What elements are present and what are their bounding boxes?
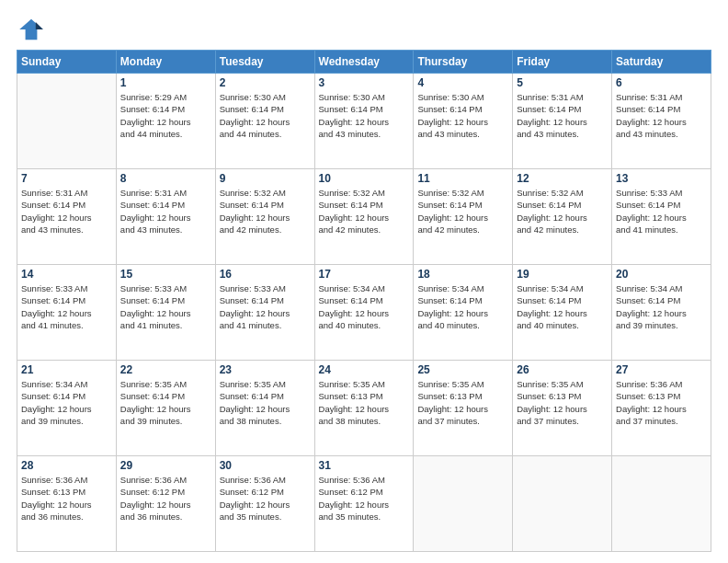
day-number: 29 [120, 459, 211, 472]
day-number: 15 [120, 268, 211, 281]
day-cell: 20Sunrise: 5:34 AM Sunset: 6:14 PM Dayli… [612, 265, 711, 361]
day-number: 17 [319, 268, 410, 281]
day-number: 30 [220, 459, 311, 472]
day-cell: 1Sunrise: 5:29 AM Sunset: 6:14 PM Daylig… [116, 74, 215, 169]
col-header-saturday: Saturday [612, 51, 711, 74]
day-cell: 17Sunrise: 5:34 AM Sunset: 6:14 PM Dayli… [314, 265, 414, 361]
day-number: 10 [319, 172, 410, 185]
day-cell: 4Sunrise: 5:30 AM Sunset: 6:14 PM Daylig… [414, 74, 513, 169]
day-number: 3 [319, 76, 410, 89]
day-info: Sunrise: 5:36 AM Sunset: 6:12 PM Dayligh… [220, 474, 311, 523]
day-info: Sunrise: 5:35 AM Sunset: 6:13 PM Dayligh… [517, 378, 608, 427]
day-info: Sunrise: 5:31 AM Sunset: 6:14 PM Dayligh… [616, 91, 707, 140]
day-number: 21 [21, 363, 112, 376]
day-number: 18 [417, 268, 508, 281]
day-info: Sunrise: 5:31 AM Sunset: 6:14 PM Dayligh… [120, 187, 211, 236]
day-info: Sunrise: 5:32 AM Sunset: 6:14 PM Dayligh… [319, 187, 410, 236]
day-info: Sunrise: 5:30 AM Sunset: 6:14 PM Dayligh… [220, 91, 311, 140]
day-info: Sunrise: 5:31 AM Sunset: 6:14 PM Dayligh… [517, 91, 608, 140]
day-number: 28 [21, 459, 112, 472]
day-info: Sunrise: 5:30 AM Sunset: 6:14 PM Dayligh… [319, 91, 410, 140]
day-number: 5 [517, 76, 608, 89]
day-number: 1 [120, 76, 211, 89]
day-number: 16 [220, 268, 311, 281]
day-info: Sunrise: 5:32 AM Sunset: 6:14 PM Dayligh… [417, 187, 508, 236]
day-cell: 12Sunrise: 5:32 AM Sunset: 6:14 PM Dayli… [513, 169, 612, 265]
day-cell: 10Sunrise: 5:32 AM Sunset: 6:14 PM Dayli… [314, 169, 414, 265]
day-cell: 23Sunrise: 5:35 AM Sunset: 6:14 PM Dayli… [215, 361, 314, 456]
day-number: 24 [319, 363, 410, 376]
day-info: Sunrise: 5:34 AM Sunset: 6:14 PM Dayligh… [319, 282, 410, 331]
calendar-table: SundayMondayTuesdayWednesdayThursdayFrid… [17, 50, 711, 552]
week-row-5: 28Sunrise: 5:36 AM Sunset: 6:13 PM Dayli… [17, 456, 711, 552]
day-info: Sunrise: 5:35 AM Sunset: 6:14 PM Dayligh… [220, 378, 311, 427]
day-number: 25 [417, 363, 508, 376]
day-cell: 31Sunrise: 5:36 AM Sunset: 6:12 PM Dayli… [314, 456, 414, 552]
day-cell [414, 456, 513, 552]
day-cell: 2Sunrise: 5:30 AM Sunset: 6:14 PM Daylig… [215, 74, 314, 169]
page: SundayMondayTuesdayWednesdayThursdayFrid… [0, 0, 728, 563]
day-number: 31 [319, 459, 410, 472]
day-info: Sunrise: 5:35 AM Sunset: 6:13 PM Dayligh… [417, 378, 508, 427]
day-number: 26 [517, 363, 608, 376]
day-cell: 3Sunrise: 5:30 AM Sunset: 6:14 PM Daylig… [314, 74, 414, 169]
day-info: Sunrise: 5:34 AM Sunset: 6:14 PM Dayligh… [21, 378, 112, 427]
day-number: 20 [616, 268, 707, 281]
day-info: Sunrise: 5:34 AM Sunset: 6:14 PM Dayligh… [517, 282, 608, 331]
day-info: Sunrise: 5:32 AM Sunset: 6:14 PM Dayligh… [517, 187, 608, 236]
col-header-tuesday: Tuesday [215, 51, 314, 74]
general-blue-logo-icon [17, 15, 46, 44]
day-number: 7 [21, 172, 112, 185]
day-info: Sunrise: 5:33 AM Sunset: 6:14 PM Dayligh… [120, 282, 211, 331]
day-cell [17, 74, 117, 169]
day-cell: 6Sunrise: 5:31 AM Sunset: 6:14 PM Daylig… [612, 74, 711, 169]
col-header-sunday: Sunday [17, 51, 117, 74]
day-number: 2 [220, 76, 311, 89]
day-info: Sunrise: 5:31 AM Sunset: 6:14 PM Dayligh… [21, 187, 112, 236]
day-number: 11 [417, 172, 508, 185]
header-row: SundayMondayTuesdayWednesdayThursdayFrid… [17, 51, 711, 74]
day-cell [513, 456, 612, 552]
day-cell: 27Sunrise: 5:36 AM Sunset: 6:13 PM Dayli… [612, 361, 711, 456]
header [17, 15, 711, 44]
day-number: 13 [616, 172, 707, 185]
col-header-wednesday: Wednesday [314, 51, 414, 74]
day-cell: 14Sunrise: 5:33 AM Sunset: 6:14 PM Dayli… [17, 265, 117, 361]
week-row-4: 21Sunrise: 5:34 AM Sunset: 6:14 PM Dayli… [17, 361, 711, 456]
col-header-friday: Friday [513, 51, 612, 74]
day-info: Sunrise: 5:30 AM Sunset: 6:14 PM Dayligh… [417, 91, 508, 140]
day-number: 4 [417, 76, 508, 89]
day-info: Sunrise: 5:35 AM Sunset: 6:14 PM Dayligh… [120, 378, 211, 427]
day-cell: 16Sunrise: 5:33 AM Sunset: 6:14 PM Dayli… [215, 265, 314, 361]
day-cell: 29Sunrise: 5:36 AM Sunset: 6:12 PM Dayli… [116, 456, 215, 552]
day-info: Sunrise: 5:29 AM Sunset: 6:14 PM Dayligh… [120, 91, 211, 140]
day-cell: 9Sunrise: 5:32 AM Sunset: 6:14 PM Daylig… [215, 169, 314, 265]
day-number: 14 [21, 268, 112, 281]
day-number: 8 [120, 172, 211, 185]
day-cell: 21Sunrise: 5:34 AM Sunset: 6:14 PM Dayli… [17, 361, 117, 456]
day-info: Sunrise: 5:33 AM Sunset: 6:14 PM Dayligh… [21, 282, 112, 331]
day-number: 9 [220, 172, 311, 185]
day-cell: 13Sunrise: 5:33 AM Sunset: 6:14 PM Dayli… [612, 169, 711, 265]
day-cell: 25Sunrise: 5:35 AM Sunset: 6:13 PM Dayli… [414, 361, 513, 456]
day-info: Sunrise: 5:33 AM Sunset: 6:14 PM Dayligh… [616, 187, 707, 236]
col-header-thursday: Thursday [414, 51, 513, 74]
day-cell: 15Sunrise: 5:33 AM Sunset: 6:14 PM Dayli… [116, 265, 215, 361]
day-info: Sunrise: 5:36 AM Sunset: 6:13 PM Dayligh… [21, 474, 112, 523]
day-cell: 28Sunrise: 5:36 AM Sunset: 6:13 PM Dayli… [17, 456, 117, 552]
day-info: Sunrise: 5:33 AM Sunset: 6:14 PM Dayligh… [220, 282, 311, 331]
col-header-monday: Monday [116, 51, 215, 74]
week-row-1: 1Sunrise: 5:29 AM Sunset: 6:14 PM Daylig… [17, 74, 711, 169]
day-cell: 19Sunrise: 5:34 AM Sunset: 6:14 PM Dayli… [513, 265, 612, 361]
day-number: 27 [616, 363, 707, 376]
day-info: Sunrise: 5:36 AM Sunset: 6:13 PM Dayligh… [616, 378, 707, 427]
day-cell: 8Sunrise: 5:31 AM Sunset: 6:14 PM Daylig… [116, 169, 215, 265]
day-info: Sunrise: 5:34 AM Sunset: 6:14 PM Dayligh… [417, 282, 508, 331]
day-number: 22 [120, 363, 211, 376]
day-info: Sunrise: 5:34 AM Sunset: 6:14 PM Dayligh… [616, 282, 707, 331]
day-cell: 5Sunrise: 5:31 AM Sunset: 6:14 PM Daylig… [513, 74, 612, 169]
day-info: Sunrise: 5:32 AM Sunset: 6:14 PM Dayligh… [220, 187, 311, 236]
day-cell: 26Sunrise: 5:35 AM Sunset: 6:13 PM Dayli… [513, 361, 612, 456]
day-info: Sunrise: 5:36 AM Sunset: 6:12 PM Dayligh… [120, 474, 211, 523]
week-row-3: 14Sunrise: 5:33 AM Sunset: 6:14 PM Dayli… [17, 265, 711, 361]
